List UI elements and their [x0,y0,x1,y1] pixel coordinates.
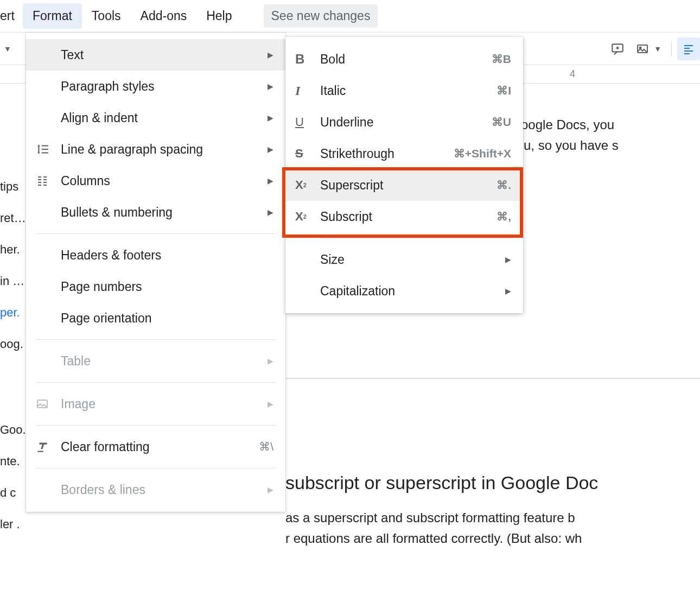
chevron-right-icon: ▶ [268,400,273,408]
menu-label: Capitalization [320,284,505,299]
menu-label: Clear formatting [61,440,259,454]
separator [320,238,513,238]
menu-label: Table [61,354,268,369]
chevron-right-icon: ▶ [268,113,273,122]
sidebar-item[interactable]: per. [0,297,26,328]
doc-heading: subscript or superscript in Google Doc [285,472,598,493]
sidebar-item[interactable]: her. [0,234,26,265]
menu-insert[interactable]: ert [0,3,23,29]
chevron-right-icon: ▶ [268,485,273,494]
menu-item-strikethrough[interactable]: S Strikethrough ⌘+Shift+X [285,138,523,169]
sidebar-item[interactable]: nte. [0,446,26,477]
sidebar-item[interactable]: in … [0,265,26,297]
chevron-right-icon: ▶ [268,176,273,185]
menu-label: Strikethrough [320,147,454,161]
sidebar-item[interactable]: oog. [0,328,26,360]
menu-item-paragraph-styles[interactable]: Paragraph styles ▶ [26,71,285,102]
menubar: ert Format Tools Add-ons Help See new ch… [0,0,700,33]
menu-label: Borders & lines [61,483,268,497]
menu-label: Page orientation [61,311,273,326]
sidebar-item[interactable]: tips [0,171,26,202]
doc-text: oogle Docs, you [521,117,614,132]
menu-item-bullets[interactable]: Bullets & numbering ▶ [26,197,285,228]
chevron-right-icon: ▶ [268,357,273,365]
menu-label: Underline [320,115,492,130]
line-spacing-icon [36,142,61,156]
shortcut: ⌘. [497,179,511,192]
shortcut: ⌘U [492,116,511,129]
menu-item-underline[interactable]: U Underline ⌘U [285,106,523,138]
menu-help[interactable]: Help [196,3,241,29]
separator [36,425,276,426]
shortcut: ⌘, [497,210,511,223]
menu-item-page-numbers[interactable]: Page numbers [26,271,285,302]
menu-label: Text [61,48,268,62]
sidebar-item[interactable]: ret… [0,202,26,234]
doc-text: r equations are all formatted correctly.… [285,531,582,546]
chevron-right-icon: ▶ [268,208,273,217]
shortcut: ⌘\ [259,440,273,453]
chevron-down-icon[interactable]: ▼ [4,45,11,53]
text-submenu: B Bold ⌘B I Italic ⌘I U Underline ⌘U S S… [285,37,523,313]
see-new-changes-button[interactable]: See new changes [264,4,378,28]
chevron-down-icon[interactable]: ▼ [654,45,661,53]
divider [671,41,672,57]
ruler-mark: 4 [570,68,575,80]
subscript-icon: X2 [295,210,320,224]
shortcut: ⌘+Shift+X [454,147,511,160]
menu-label: Size [320,252,505,267]
chevron-right-icon: ▶ [505,287,511,295]
separator [36,233,276,234]
menu-item-capitalization[interactable]: Capitalization ▶ [285,275,523,307]
menu-item-size[interactable]: Size ▶ [285,244,523,275]
bold-icon: B [295,52,320,67]
menu-label: Bold [320,52,492,67]
chevron-right-icon: ▶ [505,255,511,264]
superscript-icon: X2 [295,178,320,192]
menu-label: Headers & footers [61,248,273,263]
menu-format[interactable]: Format [23,3,82,29]
strikethrough-icon: S [295,147,320,161]
menu-label: Italic [320,84,497,98]
align-left-button[interactable] [677,37,700,60]
menu-item-text[interactable]: Text ▶ [26,39,285,71]
menu-item-line-spacing[interactable]: Line & paragraph spacing ▶ [26,134,285,165]
menu-label: Image [61,397,268,411]
menu-item-bold[interactable]: B Bold ⌘B [285,43,523,75]
clear-formatting-icon [36,440,61,454]
menu-addons[interactable]: Add-ons [131,3,197,29]
menu-item-image: Image ▶ [26,388,285,420]
menu-item-italic[interactable]: I Italic ⌘I [285,75,523,106]
sidebar-item[interactable]: ler . [0,509,26,540]
menu-item-page-orientation[interactable]: Page orientation [26,302,285,334]
shortcut: ⌘I [497,84,511,97]
menu-item-superscript[interactable]: X2 Superscript ⌘. [285,169,523,201]
sidebar-item[interactable]: Goo. [0,414,26,446]
menu-tools[interactable]: Tools [82,3,131,29]
menu-item-clear-formatting[interactable]: Clear formatting ⌘\ [26,431,285,463]
insert-image-button[interactable] [631,37,654,60]
menu-label: Bullets & numbering [61,205,268,220]
separator [36,382,276,383]
menu-item-borders-lines: Borders & lines ▶ [26,474,285,505]
menu-label: Page numbers [61,280,273,294]
image-icon [36,397,61,410]
menu-item-headers-footers[interactable]: Headers & footers [26,239,285,271]
chevron-right-icon: ▶ [268,145,273,154]
doc-text: as a superscript and subscript formattin… [285,510,575,525]
menu-item-columns[interactable]: Columns ▶ [26,165,285,197]
sidebar-item[interactable]: d c [0,477,26,509]
italic-icon: I [295,84,320,98]
menu-label: Line & paragraph spacing [61,142,268,157]
separator [36,339,276,340]
format-menu: Text ▶ Paragraph styles ▶ Align & indent… [26,33,285,512]
separator [36,468,276,468]
menu-item-align-indent[interactable]: Align & indent ▶ [26,102,285,134]
menu-label: Superscript [320,178,497,193]
menu-label: Subscript [320,210,497,224]
menu-label: Columns [61,174,268,188]
chevron-right-icon: ▶ [268,50,273,59]
menu-item-subscript[interactable]: X2 Subscript ⌘, [285,201,523,232]
add-comment-button[interactable] [606,37,629,60]
columns-icon [36,174,61,187]
